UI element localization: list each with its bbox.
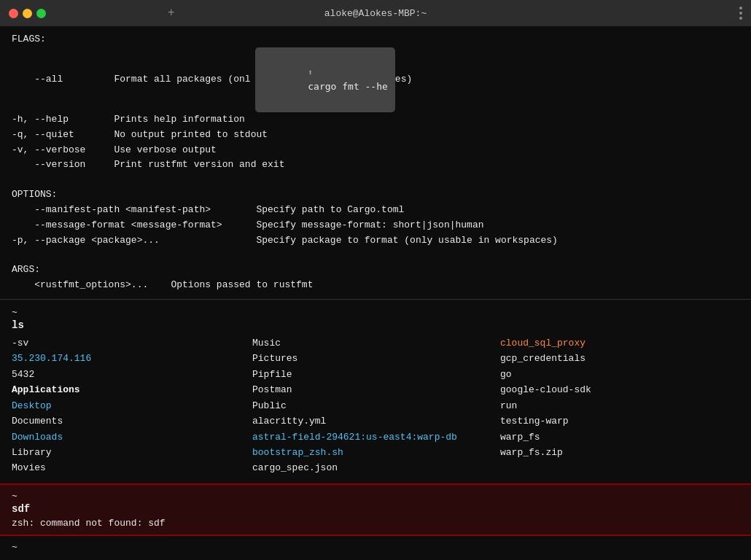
section-divider: [0, 299, 751, 300]
autocomplete-popup: ⬆ cargo fmt --he: [255, 47, 395, 112]
list-item: 35.230.174.116: [12, 351, 252, 366]
list-item: Desktop: [12, 398, 252, 413]
list-item: bootstrap_zsh.sh: [252, 445, 500, 460]
terminal[interactable]: FLAGS: --all Format all packages (onl ⬆ …: [0, 26, 751, 560]
menu-button[interactable]: [739, 7, 742, 20]
ls-col3: cloud_sql_proxy gcp_credentials go googl…: [500, 335, 739, 476]
args-rustfmt: <rustfmt_options>... Options passed to r…: [12, 278, 739, 293]
list-item: Music: [252, 335, 500, 351]
close-button[interactable]: [9, 9, 18, 18]
list-item: alacritty.yml: [252, 413, 500, 429]
list-item: Movies: [12, 460, 252, 475]
ls-grid: -sv 35.230.174.116 5432 Applications Des…: [12, 335, 739, 476]
list-item: run: [500, 398, 739, 413]
list-item: Pictures: [252, 351, 500, 366]
flags-all-line: --all Format all packages (onl ⬆ cargo f…: [12, 47, 739, 112]
list-item: astral-field-294621:us-east4:warp-db: [252, 429, 500, 445]
options-section: OPTIONS: --manifest-path <manifest-path>…: [0, 182, 751, 251]
ls-tilde: ~: [12, 307, 739, 318]
ls-col2: Music Pictures Pipfile Postman Public al…: [252, 335, 500, 476]
args-section: ARGS: <rustfmt_options>... Options passe…: [0, 257, 751, 296]
list-item: Documents: [12, 413, 252, 429]
flags-version: --version Print rustfmt version and exit: [12, 158, 739, 173]
list-item: Downloads: [12, 429, 252, 445]
ls-section: ~ ls -sv 35.230.174.116 5432 Application…: [0, 303, 751, 481]
minimize-button[interactable]: [23, 9, 32, 18]
list-item: 5432: [12, 367, 252, 382]
dot: [739, 12, 742, 15]
list-item: Pipfile: [252, 367, 500, 382]
list-item: Public: [252, 398, 500, 413]
traffic-lights: [9, 9, 46, 18]
list-item: google-cloud-sdk: [500, 382, 739, 397]
args-header: ARGS:: [12, 262, 739, 278]
list-item: gcp_credentials: [500, 351, 739, 366]
list-item: Postman: [252, 382, 500, 397]
list-item: Library: [12, 445, 252, 460]
flags-header: FLAGS:: [12, 32, 739, 47]
flags-verbose: -v, --verbose Use verbose output: [12, 143, 739, 158]
error-tilde: ~: [12, 491, 739, 502]
options-message: --message-format <message-format> Specif…: [12, 218, 739, 233]
flags-all-text: --all Format all packages (onl: [12, 72, 251, 88]
ls-col1: -sv 35.230.174.116 5432 Applications Des…: [12, 335, 252, 476]
list-item: warp_fs.zip: [500, 445, 739, 460]
flags-all-suffix: es): [395, 72, 412, 88]
error-section: ~ sdf zsh: command not found: sdf: [0, 483, 751, 536]
autocomplete-arrow: ⬆: [308, 68, 313, 77]
list-item: go: [500, 367, 739, 382]
new-tab-button[interactable]: +: [168, 7, 175, 20]
list-item: cargo_spec.json: [252, 460, 500, 475]
options-manifest: --manifest-path <manifest-path> Specify …: [12, 203, 739, 218]
list-item: cloud_sql_proxy: [500, 335, 739, 351]
ls-command: ls: [12, 319, 739, 331]
final-prompt: ~: [0, 536, 751, 560]
options-header: OPTIONS:: [12, 187, 739, 203]
dot: [739, 7, 742, 9]
error-command: sdf: [12, 503, 739, 515]
fullscreen-button[interactable]: [36, 9, 46, 18]
list-item: Applications: [12, 382, 252, 397]
flags-section: FLAGS: --all Format all packages (onl ⬆ …: [0, 26, 751, 176]
window-title: aloke@Alokes-MBP:~: [324, 8, 427, 19]
flags-quiet: -q, --quiet No output printed to stdout: [12, 128, 739, 143]
dot: [739, 17, 742, 20]
autocomplete-text: cargo fmt --he: [308, 81, 388, 92]
titlebar: aloke@Alokes-MBP:~ +: [0, 0, 751, 26]
final-tilde: ~: [12, 542, 739, 553]
list-item: testing-warp: [500, 413, 739, 429]
flags-help: -h, --help Prints help information: [12, 112, 739, 128]
error-message: zsh: command not found: sdf: [12, 518, 166, 529]
options-package: -p, --package <package>... Specify packa…: [12, 233, 739, 249]
list-item: warp_fs: [500, 429, 739, 445]
list-item: -sv: [12, 335, 252, 351]
